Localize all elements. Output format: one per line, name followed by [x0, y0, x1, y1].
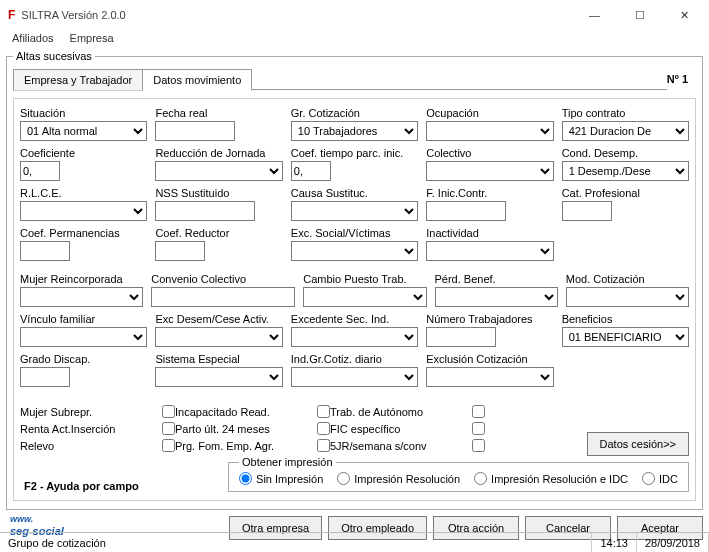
group-legend: Altas sucesivas [13, 50, 95, 62]
cond-desemp-label: Cond. Desemp. [562, 147, 689, 159]
situacion-select[interactable]: 01 Alta normal [20, 121, 147, 141]
record-counter: Nº 1 [667, 73, 688, 85]
logo-www: www. [10, 516, 64, 522]
coef-red-input[interactable] [155, 241, 205, 261]
menu-empresa[interactable]: Empresa [64, 30, 120, 50]
chk-prg-fom-label: Prg. Fom. Emp. Agr. [175, 440, 313, 452]
chk-mujer-sub[interactable] [162, 405, 175, 418]
status-date: 28/09/2018 [637, 533, 709, 552]
finic-contr-label: F. Inic.Contr. [426, 187, 553, 199]
tipo-contrato-select[interactable]: 421 Duracion De [562, 121, 689, 141]
help-text: F2 - Ayuda por campo [24, 480, 139, 492]
coef-parc-label: Coef. tiempo parc. inic. [291, 147, 418, 159]
rlce-label: R.L.C.E. [20, 187, 147, 199]
chk-parto24[interactable] [317, 422, 330, 435]
excl-cotiz-label: Exclusión Cotización [426, 353, 553, 365]
chk-5jr-label: 5JR/semana s/conv [330, 440, 468, 452]
vinc-fam-label: Vínculo familiar [20, 313, 147, 325]
fecha-real-label: Fecha real [155, 107, 282, 119]
chk-relevo[interactable] [162, 439, 175, 452]
coef-red-label: Coef. Reductor [155, 227, 282, 239]
grado-discap-input[interactable] [20, 367, 70, 387]
ocupacion-select[interactable] [426, 121, 553, 141]
perd-benef-label: Pérd. Benef. [435, 273, 558, 285]
chk-renta-act-label: Renta Act.Inserción [20, 423, 158, 435]
exc-social-select[interactable] [291, 241, 418, 261]
mujer-reinc-select[interactable] [20, 287, 143, 307]
gr-cotiz-label: Gr. Cotización [291, 107, 418, 119]
datos-cesion-button[interactable]: Datos cesión>> [587, 432, 689, 456]
maximize-button[interactable]: ☐ [617, 1, 662, 29]
chk-fic-esp[interactable] [472, 422, 485, 435]
radio-impresion-res[interactable]: Impresión Resolución [337, 472, 460, 485]
chk-parto24-label: Parto últ. 24 meses [175, 423, 313, 435]
nss-sust-input[interactable] [155, 201, 255, 221]
vinc-fam-select[interactable] [20, 327, 147, 347]
ind-gr-cotiz-select[interactable] [291, 367, 418, 387]
coef-input[interactable] [20, 161, 60, 181]
coef-perm-input[interactable] [20, 241, 70, 261]
conv-colect-label: Convenio Colectivo [151, 273, 295, 285]
mod-cotiz-label: Mod. Cotización [566, 273, 689, 285]
cambio-puesto-select[interactable] [303, 287, 426, 307]
num-trab-input[interactable] [426, 327, 496, 347]
inactividad-select[interactable] [426, 241, 553, 261]
status-message: Grupo de cotización [0, 533, 592, 552]
chk-relevo-label: Relevo [20, 440, 158, 452]
mod-cotiz-select[interactable] [566, 287, 689, 307]
causa-sust-label: Causa Sustituc. [291, 187, 418, 199]
coef-perm-label: Coef. Permanencias [20, 227, 147, 239]
chk-trab-auto[interactable] [472, 405, 485, 418]
group-altas-sucesivas: Altas sucesivas Empresa y Trabajador Dat… [6, 50, 703, 510]
exc-desem-select[interactable] [155, 327, 282, 347]
fecha-real-input[interactable] [155, 121, 235, 141]
num-trab-label: Número Trabajadores [426, 313, 553, 325]
app-icon: F [8, 8, 15, 22]
beneficios-select[interactable]: 01 BENEFICIARIO [562, 327, 689, 347]
colectivo-select[interactable] [426, 161, 553, 181]
chk-incap-read-label: Incapacitado Read. [175, 406, 313, 418]
finic-contr-input[interactable] [426, 201, 506, 221]
chk-renta-act[interactable] [162, 422, 175, 435]
gr-cotiz-select[interactable]: 10 Trabajadores [291, 121, 418, 141]
mujer-reinc-label: Mujer Reincorporada [20, 273, 143, 285]
causa-sust-select[interactable] [291, 201, 418, 221]
coef-parc-input[interactable] [291, 161, 331, 181]
chk-prg-fom[interactable] [317, 439, 330, 452]
excl-cotiz-select[interactable] [426, 367, 553, 387]
chk-trab-auto-label: Trab. de Autónomo [330, 406, 468, 418]
tab-datos-movimiento[interactable]: Datos movimiento [142, 69, 252, 91]
print-legend: Obtener impresión [239, 456, 336, 468]
ocupacion-label: Ocupación [426, 107, 553, 119]
tab-empresa-trabajador[interactable]: Empresa y Trabajador [13, 69, 143, 91]
close-button[interactable]: ✕ [662, 1, 707, 29]
cat-prof-label: Cat. Profesional [562, 187, 689, 199]
window-title: SILTRA Versión 2.0.0 [21, 9, 572, 21]
cat-prof-input[interactable] [562, 201, 612, 221]
nss-sust-label: NSS Sustituido [155, 187, 282, 199]
chk-5jr[interactable] [472, 439, 485, 452]
tipo-contrato-label: Tipo contrato [562, 107, 689, 119]
menu-afiliados[interactable]: Afiliados [6, 30, 60, 50]
perd-benef-select[interactable] [435, 287, 558, 307]
chk-fic-esp-label: FIC específico [330, 423, 468, 435]
print-group: Obtener impresión Sin Impresión Impresió… [228, 456, 689, 492]
sist-especial-select[interactable] [155, 367, 282, 387]
rlce-select[interactable] [20, 201, 147, 221]
minimize-button[interactable]: — [572, 1, 617, 29]
inactividad-label: Inactividad [426, 227, 553, 239]
radio-idc[interactable]: IDC [642, 472, 678, 485]
grado-discap-label: Grado Discap. [20, 353, 147, 365]
ind-gr-cotiz-label: Ind.Gr.Cotiz. diario [291, 353, 418, 365]
exc-sec-ind-select[interactable] [291, 327, 418, 347]
sist-especial-label: Sistema Especial [155, 353, 282, 365]
situacion-label: Situación [20, 107, 147, 119]
colectivo-label: Colectivo [426, 147, 553, 159]
conv-colect-input[interactable] [151, 287, 295, 307]
chk-incap-read[interactable] [317, 405, 330, 418]
radio-sin-impresion[interactable]: Sin Impresión [239, 472, 323, 485]
exc-desem-label: Exc Desem/Cese Activ. [155, 313, 282, 325]
red-jornada-select[interactable] [155, 161, 282, 181]
cond-desemp-select[interactable]: 1 Desemp./Dese [562, 161, 689, 181]
radio-impresion-res-idc[interactable]: Impresión Resolución e IDC [474, 472, 628, 485]
